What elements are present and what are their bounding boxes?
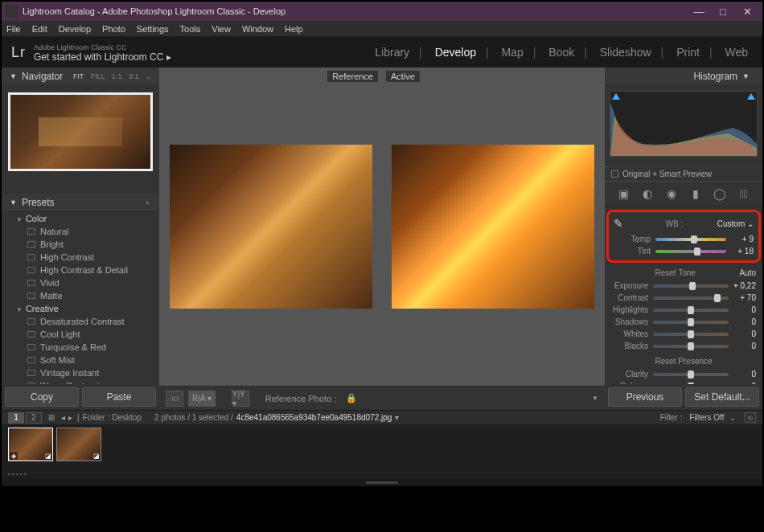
add-preset-icon[interactable]: ＋ <box>144 198 151 207</box>
module-develop[interactable]: Develop <box>435 46 476 59</box>
redeye-tool-icon[interactable]: ◉ <box>663 186 680 201</box>
spot-tool-icon[interactable]: ◐ <box>639 186 656 201</box>
auto-tone[interactable]: Auto <box>739 268 756 277</box>
filter-dropdown[interactable]: Filters Off <box>689 413 724 422</box>
tone-value[interactable]: + 70 <box>729 293 756 302</box>
module-slideshow[interactable]: Slideshow <box>600 46 651 59</box>
prev-photo-icon[interactable]: ◂ <box>61 413 65 422</box>
lock-icon[interactable]: 🔒 <box>346 393 357 403</box>
loupe-view-button[interactable]: ▭ <box>166 391 183 407</box>
filename-menu-icon[interactable]: ▾ <box>395 413 399 422</box>
preset-item[interactable]: Vintage Instant <box>2 366 159 379</box>
toolbar-menu-icon[interactable]: ▼ <box>592 395 598 402</box>
folder-label[interactable]: Folder : Desktop <box>83 413 142 422</box>
tone-value[interactable]: 0 <box>729 342 756 350</box>
tint-value[interactable]: + 18 <box>726 247 754 256</box>
preset-item[interactable]: Natural <box>2 225 159 238</box>
radial-tool-icon[interactable]: ◯ <box>711 186 729 201</box>
module-library[interactable]: Library <box>375 46 409 59</box>
histogram-panel[interactable] <box>605 86 762 166</box>
preset-item[interactable]: Matte <box>2 289 159 302</box>
tint-slider[interactable] <box>655 250 726 253</box>
set-default-button[interactable]: Set Default... <box>685 387 759 407</box>
nav-zoom-fit[interactable]: FIT <box>73 72 84 80</box>
presence-slider[interactable] <box>653 373 729 376</box>
grid-icon[interactable]: ⊞ <box>48 413 55 422</box>
tone-slider[interactable] <box>653 309 729 312</box>
wb-eyedropper-icon[interactable]: ✎ <box>614 217 623 230</box>
module-web[interactable]: Web <box>725 46 748 59</box>
tone-slider[interactable] <box>653 321 729 324</box>
preset-group-color[interactable]: ▼Color <box>2 212 159 225</box>
menu-view[interactable]: View <box>212 24 231 34</box>
tone-label: Highlights <box>611 305 653 314</box>
filmstrip-bar: 1 2 ⊞ ◂ ▸ | Folder : Desktop 2 photos / … <box>2 410 762 424</box>
nav-zoom-menu-icon[interactable]: ⌄ <box>146 73 151 80</box>
tone-value[interactable]: 0 <box>729 305 756 314</box>
gradient-tool-icon[interactable]: ▮ <box>687 186 704 201</box>
menu-window[interactable]: Window <box>242 24 273 34</box>
reset-tone[interactable]: Reset Tone <box>611 268 739 277</box>
menu-settings[interactable]: Settings <box>137 24 169 34</box>
tone-slider[interactable] <box>653 284 729 288</box>
reference-view-button[interactable]: R|A ▾ <box>188 391 216 407</box>
nav-zoom-fill[interactable]: FILL <box>91 72 105 80</box>
preset-item[interactable]: Cool Light <box>2 328 159 341</box>
temp-value[interactable]: + 9 <box>726 235 754 243</box>
preset-item[interactable]: High Contrast <box>2 251 159 264</box>
reset-presence[interactable]: Reset Presence <box>611 357 756 366</box>
menu-tools[interactable]: Tools <box>180 24 201 34</box>
presence-value[interactable]: 0 <box>729 370 756 379</box>
filter-lock-icon[interactable]: ⎋ <box>745 412 756 423</box>
preset-item[interactable]: Turquoise & Red <box>2 341 159 354</box>
preset-item[interactable]: Soft Mist <box>2 354 159 366</box>
secondary-display-2[interactable]: 2 <box>26 412 42 424</box>
filmstrip-thumb[interactable]: ◪ <box>56 428 101 461</box>
tone-value[interactable]: 0 <box>729 317 756 326</box>
menu-edit[interactable]: Edit <box>32 24 47 34</box>
paste-button[interactable]: Paste <box>82 387 156 407</box>
next-photo-icon[interactable]: ▸ <box>68 413 72 422</box>
module-map[interactable]: Map <box>502 46 524 59</box>
before-after-button[interactable]: Y|Y ▾ <box>232 391 249 407</box>
filter-menu-icon[interactable]: ⌄ <box>729 413 736 422</box>
preset-item[interactable]: Bright <box>2 238 159 251</box>
copy-button[interactable]: Copy <box>5 387 79 407</box>
menu-photo[interactable]: Photo <box>102 24 125 34</box>
minimize-button[interactable]: — <box>687 6 711 18</box>
tone-slider[interactable] <box>653 297 729 300</box>
crop-tool-icon[interactable]: ▣ <box>614 186 632 201</box>
histogram-header[interactable]: Histogram ▼ <box>605 68 762 86</box>
nav-zoom-1-1[interactable]: 1:1 <box>112 72 122 80</box>
tone-value[interactable]: 0 <box>729 329 756 338</box>
module-book[interactable]: Book <box>548 46 574 59</box>
tone-slider[interactable] <box>653 333 729 336</box>
menu-file[interactable]: File <box>6 24 21 34</box>
navigator-preview[interactable] <box>2 86 159 178</box>
maximize-button[interactable]: □ <box>711 6 735 18</box>
filmstrip-resize-handle[interactable] <box>2 478 762 486</box>
menu-develop[interactable]: Develop <box>59 24 91 34</box>
temp-slider[interactable] <box>655 238 726 241</box>
filmstrip-thumb[interactable]: ◈◪ <box>8 428 53 461</box>
preset-group-creative[interactable]: ▼Creative <box>2 302 159 315</box>
close-button[interactable]: ✕ <box>735 6 759 18</box>
menu-help[interactable]: Help <box>285 24 303 34</box>
nav-zoom-3-1[interactable]: 3:1 <box>129 72 139 80</box>
preset-item[interactable]: Vivid <box>2 276 159 289</box>
navigator-header[interactable]: ▼ Navigator FIT FILL 1:1 3:1 ⌄ <box>2 68 159 86</box>
tone-slider[interactable] <box>653 345 729 348</box>
preset-item[interactable]: High Contrast & Detail <box>2 264 159 276</box>
tone-value[interactable]: + 0,22 <box>729 281 756 290</box>
previous-button[interactable]: Previous <box>608 387 682 407</box>
secondary-display-1[interactable]: 1 <box>8 412 24 424</box>
preset-item[interactable]: Desaturated Contrast <box>2 315 159 328</box>
module-print[interactable]: Print <box>676 46 700 59</box>
reference-pane[interactable]: Reference <box>161 69 381 384</box>
brush-tool-icon[interactable]: ⬤⃝ <box>735 186 753 201</box>
wb-mode-dropdown[interactable]: Custom ⌄ <box>717 219 754 228</box>
active-pane[interactable]: Active <box>383 69 603 384</box>
highlight-clip-icon[interactable] <box>747 93 755 100</box>
presets-header[interactable]: ▼ Presets ＋ <box>2 194 159 212</box>
shadow-clip-icon[interactable] <box>612 93 620 100</box>
